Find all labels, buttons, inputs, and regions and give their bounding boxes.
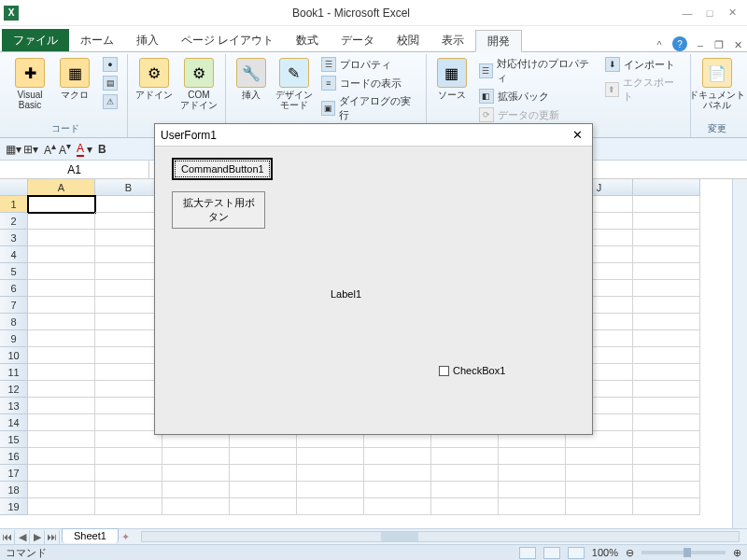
zoom-slider[interactable] xyxy=(641,551,726,554)
cell[interactable] xyxy=(633,364,700,381)
cell[interactable] xyxy=(633,414,700,431)
cell[interactable] xyxy=(230,465,297,482)
tab-insert[interactable]: 挿入 xyxy=(125,29,170,51)
page-layout-view-button[interactable] xyxy=(543,547,560,559)
record-macro-button[interactable]: ● xyxy=(99,56,121,73)
cell[interactable] xyxy=(566,448,633,465)
close-button[interactable]: ✕ xyxy=(721,5,743,21)
borders-icon[interactable]: ▦▾ xyxy=(6,142,21,157)
tab-formulas[interactable]: 数式 xyxy=(285,29,330,51)
cell[interactable] xyxy=(95,330,162,347)
cell[interactable] xyxy=(297,498,364,515)
sheet-tab[interactable]: Sheet1 xyxy=(62,528,119,543)
cell[interactable] xyxy=(95,431,162,448)
grow-font-button[interactable]: A▴ xyxy=(44,141,56,157)
cell[interactable] xyxy=(633,246,700,263)
cell[interactable] xyxy=(28,398,95,414)
properties-button[interactable]: ☰プロパティ xyxy=(317,56,420,73)
userform-close-button[interactable]: ✕ xyxy=(569,128,586,142)
row-header[interactable]: 13 xyxy=(0,398,28,414)
row-header[interactable]: 17 xyxy=(0,465,28,482)
run-dialog-button[interactable]: ▣ダイアログの実行 xyxy=(317,93,420,123)
row-header[interactable]: 4 xyxy=(0,246,28,263)
maximize-button[interactable]: □ xyxy=(698,5,721,21)
cell[interactable] xyxy=(566,498,633,515)
window-state-icon[interactable]: – xyxy=(694,38,707,51)
insert-control-button[interactable]: 🔧挿入 xyxy=(232,56,271,102)
row-header[interactable]: 11 xyxy=(0,364,28,381)
xml-source-button[interactable]: ▦ソース xyxy=(432,56,472,102)
cell[interactable] xyxy=(95,498,162,515)
macro-security-button[interactable]: ⚠ xyxy=(99,93,121,110)
row-header[interactable]: 6 xyxy=(0,280,28,297)
tab-home[interactable]: ホーム xyxy=(69,29,125,51)
minimize-button[interactable]: — xyxy=(676,5,698,21)
cell[interactable] xyxy=(633,213,700,230)
cell[interactable] xyxy=(297,465,364,482)
cell[interactable] xyxy=(28,196,95,213)
next-sheet-button[interactable]: ▶ xyxy=(30,530,45,544)
col-header[interactable] xyxy=(633,179,700,196)
cell[interactable] xyxy=(28,246,95,263)
tab-review[interactable]: 校閲 xyxy=(386,29,430,51)
cell[interactable] xyxy=(633,431,700,448)
cell[interactable] xyxy=(633,381,700,398)
cell[interactable] xyxy=(633,280,700,297)
cell[interactable] xyxy=(230,482,297,498)
row-header[interactable]: 19 xyxy=(0,498,28,515)
cell[interactable] xyxy=(431,482,499,498)
cell[interactable] xyxy=(230,448,297,465)
cell[interactable] xyxy=(28,431,95,448)
design-mode-button[interactable]: ✎デザイン モード xyxy=(275,56,314,112)
tab-page-layout[interactable]: ページ レイアウト xyxy=(170,29,285,51)
relative-ref-button[interactable]: ▤ xyxy=(99,75,121,91)
zoom-test-button[interactable]: 拡大テスト用ボタン xyxy=(172,191,265,229)
cell[interactable] xyxy=(95,398,162,414)
cell[interactable] xyxy=(162,465,230,482)
cell[interactable] xyxy=(95,465,162,482)
map-properties-button[interactable]: ☰対応付けのプロパティ xyxy=(475,56,598,86)
cell[interactable] xyxy=(28,498,95,515)
cell[interactable] xyxy=(28,297,95,314)
tab-data[interactable]: データ xyxy=(330,29,386,51)
cell[interactable] xyxy=(633,465,700,482)
tab-view[interactable]: 表示 xyxy=(430,29,475,51)
cell[interactable] xyxy=(633,196,700,213)
cell[interactable] xyxy=(364,482,431,498)
expansion-pack-button[interactable]: ◧拡張パック xyxy=(475,88,598,105)
cell[interactable] xyxy=(566,482,633,498)
cell[interactable] xyxy=(95,246,162,263)
cell[interactable] xyxy=(28,280,95,297)
addins-button[interactable]: ⚙アドイン xyxy=(134,56,175,102)
checkbox1[interactable]: CheckBox1 xyxy=(439,365,505,376)
cell[interactable] xyxy=(28,314,95,330)
row-header[interactable]: 16 xyxy=(0,448,28,465)
page-break-view-button[interactable] xyxy=(568,547,585,559)
userform-titlebar[interactable]: UserForm1 ✕ xyxy=(155,124,592,147)
macros-button[interactable]: ▦マクロ xyxy=(54,56,95,102)
userform-window[interactable]: UserForm1 ✕ CommandButton1 拡大テスト用ボタン Lab… xyxy=(154,123,593,435)
cell[interactable] xyxy=(28,230,95,246)
tab-file[interactable]: ファイル xyxy=(2,29,69,51)
cell[interactable] xyxy=(95,314,162,330)
cell[interactable] xyxy=(162,482,230,498)
cell[interactable] xyxy=(95,482,162,498)
restore-icon[interactable]: ❐ xyxy=(712,38,726,51)
cell[interactable] xyxy=(28,347,95,364)
cell[interactable] xyxy=(499,482,566,498)
row-header[interactable]: 5 xyxy=(0,263,28,280)
row-header[interactable]: 1 xyxy=(0,196,28,213)
cell[interactable] xyxy=(364,465,431,482)
shrink-font-button[interactable]: A▾ xyxy=(59,141,71,157)
row-header[interactable]: 2 xyxy=(0,213,28,230)
col-header[interactable]: A xyxy=(28,179,95,196)
cell[interactable] xyxy=(633,314,700,330)
cell[interactable] xyxy=(95,448,162,465)
cell[interactable] xyxy=(95,213,162,230)
row-header[interactable]: 10 xyxy=(0,347,28,364)
command-button-1[interactable]: CommandButton1 xyxy=(172,158,273,180)
normal-view-button[interactable] xyxy=(519,547,536,559)
close-workbook-icon[interactable]: ✕ xyxy=(731,38,744,51)
vertical-scrollbar[interactable] xyxy=(732,179,747,528)
cell[interactable] xyxy=(633,347,700,364)
